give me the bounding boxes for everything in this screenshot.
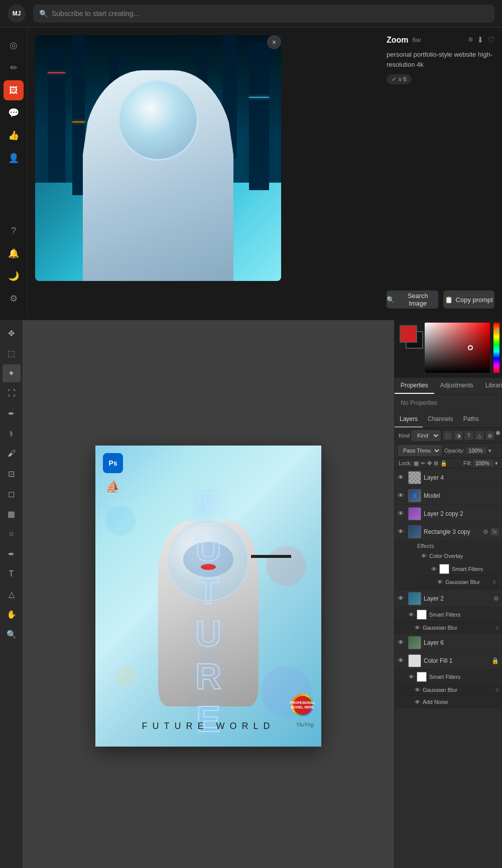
filter-type-icon[interactable]: T — [464, 431, 473, 440]
layer-item-layer2copy2[interactable]: 👁 Layer 2 copy 2 — [395, 505, 502, 523]
eye-icon-smart-filters-2[interactable]: 👁 — [409, 612, 414, 618]
eye-icon-gaussian-3[interactable]: 👁 — [415, 687, 420, 693]
kind-select[interactable]: Kind — [412, 430, 440, 441]
sidebar-item-darkmode[interactable]: 🌙 — [4, 266, 24, 286]
tab-libraries[interactable]: Libraries — [479, 378, 502, 394]
tab-properties[interactable]: Properties — [395, 378, 434, 394]
eye-icon-smart-filters-3[interactable]: 👁 — [409, 674, 414, 680]
search-image-button[interactable]: 🔍 Search Image — [387, 291, 438, 309]
close-button[interactable]: × — [267, 35, 281, 49]
smart-filters-row-3: 👁 Smart Filters — [395, 670, 502, 684]
visibility-icon-model[interactable]: 👁 — [398, 492, 406, 500]
gaussian-blur-settings-1[interactable]: ≡ — [492, 578, 496, 586]
layer-thumb-layer2 — [408, 592, 421, 605]
zoom-header: Zoom 6w ≡ ⬇ ♡ — [387, 35, 494, 45]
filter-toggle[interactable] — [496, 431, 500, 435]
sidebar-item-images[interactable]: 🖼 — [4, 80, 24, 100]
lock-position-icon[interactable]: ✥ — [427, 460, 432, 467]
eye-icon-addnoise[interactable]: 👁 — [415, 699, 420, 705]
layer-item-layer2[interactable]: 👁 Layer 2 ⚙ — [395, 590, 502, 608]
lock-transparency-icon[interactable]: ▦ — [414, 460, 419, 467]
sidebar-item-notifications[interactable]: 🔔 — [4, 243, 24, 263]
ps-tool-clone[interactable]: ⊡ — [3, 465, 21, 483]
opacity-input[interactable] — [466, 447, 486, 454]
lock-icon-colorfill1: 🔒 — [491, 657, 499, 664]
effect-color-overlay[interactable]: 👁 Color Overlay — [417, 550, 499, 562]
lock-brush-icon[interactable]: ✏ — [421, 460, 425, 467]
search-bar[interactable]: 🔍 Subscribe to start creating... — [33, 5, 494, 23]
ps-tool-eraser[interactable]: ◻ — [3, 485, 21, 503]
ps-tool-move[interactable]: ✥ — [3, 324, 21, 342]
layer-item-model[interactable]: 👁 👤 Model — [395, 487, 502, 505]
ps-tool-type[interactable]: T — [3, 565, 21, 583]
lock-all-icon[interactable]: 🔒 — [440, 460, 447, 467]
blend-mode-select[interactable]: Pass Through Normal Multiply Screen Over… — [399, 446, 441, 456]
fill-chevron[interactable]: ▾ — [495, 460, 498, 467]
ps-tool-dodge[interactable]: ○ — [3, 525, 21, 543]
visibility-icon-rect3copy[interactable]: 👁 — [398, 528, 406, 536]
ps-tool-hand[interactable]: ✋ — [3, 605, 21, 623]
filter-shape-icon[interactable]: △ — [475, 431, 484, 440]
menu-icon[interactable]: ≡ — [468, 35, 473, 45]
color-spectrum[interactable] — [493, 323, 499, 373]
bokeh-2 — [105, 506, 136, 536]
eye-icon-gaussian-2[interactable]: 👁 — [415, 625, 420, 631]
gaussian-blur-row-2: 👁 Gaussian Blur ≡ — [395, 622, 502, 634]
gaussian-blur-settings-3[interactable]: ≡ — [495, 686, 499, 693]
tab-paths[interactable]: Paths — [458, 411, 484, 427]
ps-tool-brush[interactable]: 🖌 — [3, 445, 21, 463]
color-picker-dot[interactable] — [468, 345, 473, 350]
ps-left-toolbar: ✥ ⬚ ⌖ ⛶ ✒ ⚕ 🖌 ⊡ ◻ ▦ ○ ✒ T △ ✋ 🔍 — [0, 320, 23, 868]
lock-artboard-icon[interactable]: ⊞ — [434, 460, 438, 467]
fx-badge-rect3copy[interactable]: fx — [490, 528, 499, 536]
smart-filter-mask-2 — [417, 610, 427, 620]
layer-item-colorfill1[interactable]: 👁 Color Fill 1 🔒 — [395, 652, 502, 670]
opacity-chevron[interactable]: ▾ — [488, 448, 491, 454]
ps-tool-shape[interactable]: △ — [3, 585, 21, 603]
layer-item-rect3copy[interactable]: 👁 Rectangle 3 copy ⚙ fx — [395, 523, 502, 541]
filter-adjust-icon[interactable]: ◑ — [454, 431, 463, 440]
download-icon[interactable]: ⬇ — [477, 35, 483, 45]
tab-layers[interactable]: Layers — [395, 411, 423, 427]
sidebar-item-explore[interactable]: ◎ — [4, 35, 24, 55]
tab-channels[interactable]: Channels — [423, 411, 458, 427]
visibility-icon-layer2[interactable]: 👁 — [398, 595, 406, 603]
sidebar-item-create[interactable]: ✏ — [4, 58, 24, 78]
gaussian-blur-settings-2[interactable]: ≡ — [495, 624, 499, 631]
bokeh-3 — [115, 666, 136, 686]
heart-icon[interactable]: ♡ — [487, 35, 494, 45]
visibility-icon-colorfill1[interactable]: 👁 — [398, 657, 406, 665]
ps-tool-eyedropper[interactable]: ✒ — [3, 404, 21, 422]
ps-tool-zoom[interactable]: 🔍 — [3, 625, 21, 643]
sidebar-item-help[interactable]: ? — [4, 221, 24, 241]
settings-icon-rect3copy[interactable]: ⚙ — [483, 528, 488, 535]
ps-tool-select[interactable]: ⬚ — [3, 344, 21, 362]
sidebar-item-settings[interactable]: ⚙ — [4, 288, 24, 309]
ps-tool-heal[interactable]: ⚕ — [3, 424, 21, 443]
filter-pixel-icon[interactable]: ⬚ — [443, 431, 452, 440]
eye-icon-gaussian-1[interactable]: 👁 — [437, 579, 443, 585]
visibility-icon-layer4[interactable]: 👁 — [398, 474, 406, 482]
foreground-color-swatch[interactable] — [400, 325, 417, 343]
ps-tool-lasso[interactable]: ⌖ — [3, 364, 21, 382]
user-avatar[interactable]: MJ — [8, 5, 26, 23]
ps-tool-pen[interactable]: ✒ — [3, 545, 21, 563]
layer-item-layer4[interactable]: 👁 Layer 4 — [395, 469, 502, 487]
sidebar-item-chat[interactable]: 💬 — [4, 103, 24, 123]
sidebar-item-profile[interactable]: 👤 — [4, 148, 24, 168]
eye-icon-color-overlay[interactable]: 👁 — [421, 553, 427, 559]
visibility-icon-layer2copy2[interactable]: 👁 — [398, 510, 406, 518]
ps-tool-crop[interactable]: ⛶ — [3, 384, 21, 402]
fill-input[interactable] — [473, 460, 493, 467]
color-gradient[interactable] — [425, 323, 490, 373]
layer-item-layer6[interactable]: 👁 Layer 6 — [395, 634, 502, 652]
layers-tabs: Layers Channels Paths — [395, 411, 502, 428]
eye-icon-smart-filters-1[interactable]: 👁 — [431, 566, 437, 572]
ps-tool-gradient[interactable]: ▦ — [3, 505, 21, 523]
copy-prompt-button[interactable]: 📋 Copy prompt — [443, 291, 495, 309]
tab-adjustments[interactable]: Adjustments — [434, 378, 479, 394]
settings-icon-layer2[interactable]: ⚙ — [493, 595, 499, 602]
visibility-icon-layer6[interactable]: 👁 — [398, 639, 406, 647]
sidebar-item-likes[interactable]: 👍 — [4, 125, 24, 146]
filter-smart-icon[interactable]: ⊞ — [485, 431, 494, 440]
